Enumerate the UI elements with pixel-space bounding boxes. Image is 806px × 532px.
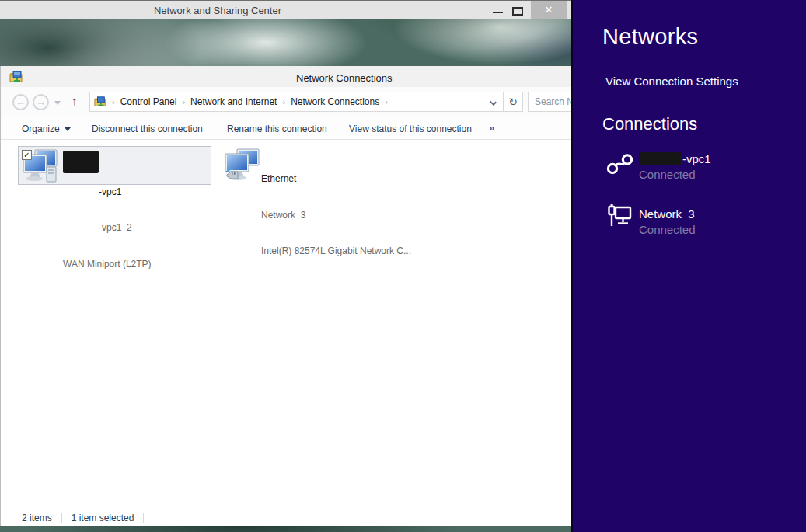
toolbar: Organize Disconnect this connection Rena… [1,117,571,140]
toolbar-overflow-button[interactable]: » [489,122,494,134]
organize-dropdown-icon [65,127,71,131]
address-bar: ← → ↑ › Control Panel › Network and Inte… [1,87,571,117]
connection-status: Connected [639,168,696,181]
item-network: Network 3 [261,210,411,222]
item-text: -vpc1 -vpc1 2 WAN Miniport (L2TP) [63,150,152,294]
connections-heading: Connections [602,114,697,134]
refresh-button[interactable]: ↻ [504,92,523,112]
view-connection-settings-link[interactable]: View Connection Settings [605,75,738,88]
connection-item-vpn[interactable]: ✓ -vpc1 -vpc1 2 WAN Miniport (L2TP) [18,146,211,185]
check-icon: ✓ [23,151,30,159]
refresh-icon: ↻ [508,96,518,108]
item-text: Ethernet Network 3 Intel(R) 82574L Gigab… [261,149,411,282]
breadcrumb-separator: › [282,97,285,106]
breadcrumb-item-control-panel[interactable]: Control Panel [120,96,177,107]
app-icon [9,70,23,84]
redaction-box [63,151,99,173]
connection-item-ethernet[interactable]: Ethernet Network 3 Intel(R) 82574L Gigab… [222,146,417,185]
status-separator [61,513,62,523]
history-dropdown-icon[interactable] [54,101,61,105]
item-checkbox[interactable]: ✓ [22,150,32,160]
toolbar-command-view-status[interactable]: View status of this connection [349,123,472,134]
minimize-icon[interactable] [493,12,503,13]
toolbar-command-rename[interactable]: Rename this connection [227,123,327,134]
back-icon: ← [16,96,26,108]
breadcrumb-item-network-connections[interactable]: Network Connections [291,96,379,107]
address-dropdown-icon[interactable] [490,99,497,106]
connections-list: ✓ -vpc1 -vpc1 2 WAN Miniport (L2TP) [1,140,571,509]
background-window-title: Network and Sharing Center [0,5,435,16]
item-name: Ethernet [261,173,411,186]
status-separator [143,513,144,523]
network-connections-window: Network Connections ← → ↑ › Control Pane… [0,66,571,526]
breadcrumb[interactable]: › Control Panel › Network and Internet ›… [89,92,504,112]
breadcrumb-separator: › [112,97,115,106]
forward-icon: → [36,96,46,108]
organize-button[interactable]: Organize [22,123,71,134]
desktop-wallpaper: Network and Sharing Center ✕ Network Con… [0,0,806,532]
background-window-titlebar[interactable]: Network and Sharing Center ✕ [0,0,571,19]
back-button[interactable]: ← [12,94,29,110]
item-name: -vpc1 [63,186,152,199]
connection-name: Network 3 [639,207,695,221]
close-icon: ✕ [545,4,553,16]
redaction-box [639,152,681,165]
breadcrumb-separator: › [182,97,185,106]
item-device: Intel(R) 82574L Gigabit Network C... [261,245,411,258]
status-items-count: 2 items [22,513,52,523]
window-title: Network Connections [296,72,393,84]
forward-button[interactable]: → [33,94,49,110]
maximize-icon[interactable] [512,7,523,16]
vpn-icon [605,153,635,175]
up-button[interactable]: ↑ [72,94,78,107]
toolbar-command-disconnect[interactable]: Disconnect this connection [92,123,203,134]
wired-network-icon [606,203,633,231]
panel-title: Networks [602,24,698,50]
item-network: -vpc1 2 [63,222,152,235]
ethernet-monitors-icon [225,148,263,183]
connection-status: Connected [639,223,696,236]
status-bar: 2 items 1 item selected [1,509,571,526]
breadcrumb-separator: › [385,97,388,106]
breadcrumb-item-network-and-internet[interactable]: Network and Internet [190,96,277,107]
status-selection-count: 1 item selected [72,513,134,523]
item-device: WAN Miniport (L2TP) [63,259,152,271]
networks-panel: Networks View Connection Settings Connec… [571,0,806,532]
up-icon: ↑ [72,94,78,107]
breadcrumb-icon [94,96,106,108]
close-button[interactable]: ✕ [531,1,567,19]
connection-name: -vpc1 [639,152,711,165]
window-titlebar[interactable]: Network Connections [1,66,571,87]
